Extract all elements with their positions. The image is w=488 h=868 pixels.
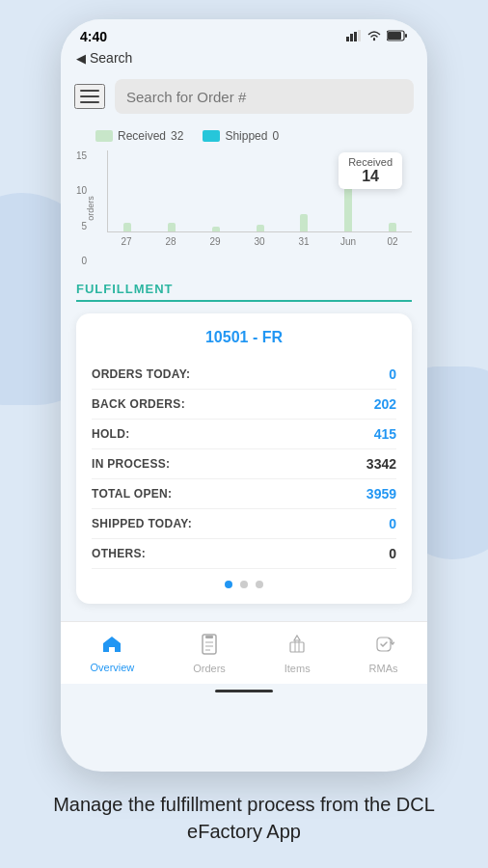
table-row-total-open: TOTAL OPEN: 3959 — [92, 479, 396, 509]
bar-group-29 — [197, 227, 235, 231]
fulfillment-card: 10501 - FR ORDERS TODAY: 0 BACK ORDERS: … — [76, 313, 412, 604]
hamburger-line — [80, 95, 99, 97]
hamburger-line — [80, 101, 99, 103]
table-row-orders-today: ORDERS TODAY: 0 — [92, 360, 396, 390]
bar-group-02 — [373, 223, 412, 231]
svg-point-4 — [373, 38, 375, 40]
back-arrow-icon: ◀ — [76, 51, 86, 66]
bar-group-31 — [285, 214, 323, 231]
table-row-back-orders: BACK ORDERS: 202 — [92, 390, 396, 420]
tooltip-value: 14 — [348, 168, 393, 185]
svg-rect-3 — [358, 30, 361, 41]
pagination-dots — [92, 581, 396, 588]
row-value-back-orders: 202 — [374, 396, 396, 412]
row-value-shipped-today: 0 — [389, 516, 396, 531]
svg-rect-1 — [350, 34, 353, 41]
bar-received — [168, 223, 176, 231]
legend-received-value: 32 — [171, 129, 183, 143]
nav-item-rmas[interactable]: RMAs — [358, 630, 410, 678]
row-value-hold: 415 — [374, 426, 396, 442]
status-bar: 4:40 — [61, 19, 427, 48]
svg-rect-9 — [205, 636, 213, 638]
nav-label-orders: Orders — [193, 663, 226, 674]
y-label-10: 10 — [76, 185, 87, 196]
row-label-hold: HOLD: — [92, 427, 130, 441]
chart-x-labels: 27 28 29 30 31 Jun 02 — [107, 236, 412, 247]
home-indicator — [215, 690, 273, 692]
home-icon — [101, 635, 122, 659]
bar-group-28 — [152, 223, 191, 231]
row-value-total-open: 3959 — [366, 486, 396, 502]
bar-received — [123, 223, 131, 231]
bottom-caption: Manage the fulfillment process from the … — [0, 772, 488, 864]
wifi-icon — [366, 30, 382, 44]
legend-shipped-label: Shipped — [225, 129, 267, 143]
legend-shipped-color — [203, 130, 220, 142]
chart-legend: Received 32 Shipped 0 — [76, 129, 412, 143]
row-label-in-process: IN PROCESS: — [92, 457, 170, 471]
top-bar — [61, 71, 427, 122]
x-label-02: 02 — [373, 236, 412, 247]
svg-rect-0 — [346, 37, 349, 41]
legend-received-label: Received — [118, 129, 166, 143]
items-icon — [286, 634, 308, 660]
status-icons — [346, 30, 408, 44]
hamburger-button[interactable] — [74, 84, 105, 109]
legend-received-color — [95, 130, 113, 142]
y-label-5: 5 — [82, 221, 88, 231]
main-content: Received 32 Shipped 0 15 10 5 0 — [61, 71, 427, 692]
chart-tooltip: Received 14 — [339, 152, 402, 189]
row-label-orders-today: ORDERS TODAY: — [92, 367, 190, 381]
nav-item-overview[interactable]: Overview — [78, 631, 146, 677]
chart-container: 15 10 5 0 orders — [76, 150, 412, 266]
nav-item-orders[interactable]: Orders — [181, 630, 237, 678]
table-row-others: OTHERS: 0 — [92, 539, 396, 569]
row-label-total-open: TOTAL OPEN: — [92, 487, 172, 501]
x-label-30: 30 — [240, 236, 279, 247]
nav-label-overview: Overview — [90, 662, 134, 673]
nav-label-rmas: RMAs — [369, 663, 398, 674]
svg-rect-13 — [290, 642, 304, 652]
y-label-0: 0 — [82, 256, 88, 266]
nav-label-items: Items — [285, 663, 311, 674]
fulfillment-section: FULFILLMENT 10501 - FR ORDERS TODAY: 0 B… — [61, 270, 427, 610]
bar-group-27 — [108, 223, 147, 231]
x-label-31: 31 — [285, 236, 323, 247]
battery-icon — [387, 30, 408, 44]
nav-item-items[interactable]: Items — [273, 630, 322, 678]
search-input[interactable] — [115, 79, 414, 114]
row-value-others: 0 — [389, 546, 396, 561]
row-value-in-process: 3342 — [366, 456, 396, 472]
x-label-jun: Jun — [329, 236, 367, 247]
x-label-27: 27 — [107, 236, 146, 247]
bottom-nav: Overview Orders — [61, 621, 427, 684]
legend-shipped-value: 0 — [272, 129, 279, 143]
x-label-28: 28 — [151, 236, 190, 247]
y-axis-label: orders — [86, 196, 95, 221]
table-row-hold: HOLD: 415 — [92, 420, 396, 449]
svg-rect-7 — [405, 34, 407, 38]
back-nav[interactable]: ◀ Search — [61, 48, 427, 71]
bar-received — [300, 214, 308, 231]
row-value-orders-today: 0 — [389, 366, 396, 382]
chart-section: Received 32 Shipped 0 15 10 5 0 — [61, 122, 427, 270]
row-label-others: OTHERS: — [92, 547, 146, 560]
row-label-shipped-today: SHIPPED TODAY: — [92, 517, 192, 530]
chart-bars: Received 14 — [107, 150, 412, 232]
rmas-icon — [373, 634, 394, 660]
row-label-back-orders: BACK ORDERS: — [92, 397, 185, 411]
svg-rect-6 — [388, 32, 401, 40]
card-title: 10501 - FR — [92, 329, 396, 346]
table-row-in-process: IN PROCESS: 3342 — [92, 449, 396, 479]
bar-group-30 — [241, 225, 280, 231]
fulfillment-title: FULFILLMENT — [76, 282, 412, 302]
x-label-29: 29 — [196, 236, 234, 247]
signal-icon — [346, 30, 362, 44]
legend-shipped: Shipped 0 — [203, 129, 279, 143]
y-label-15: 15 — [76, 150, 87, 161]
phone-frame: 4:40 — [61, 19, 427, 772]
back-label: Search — [90, 50, 132, 66]
svg-rect-2 — [354, 32, 357, 41]
legend-received: Received 32 — [95, 129, 183, 143]
status-time: 4:40 — [80, 29, 107, 44]
